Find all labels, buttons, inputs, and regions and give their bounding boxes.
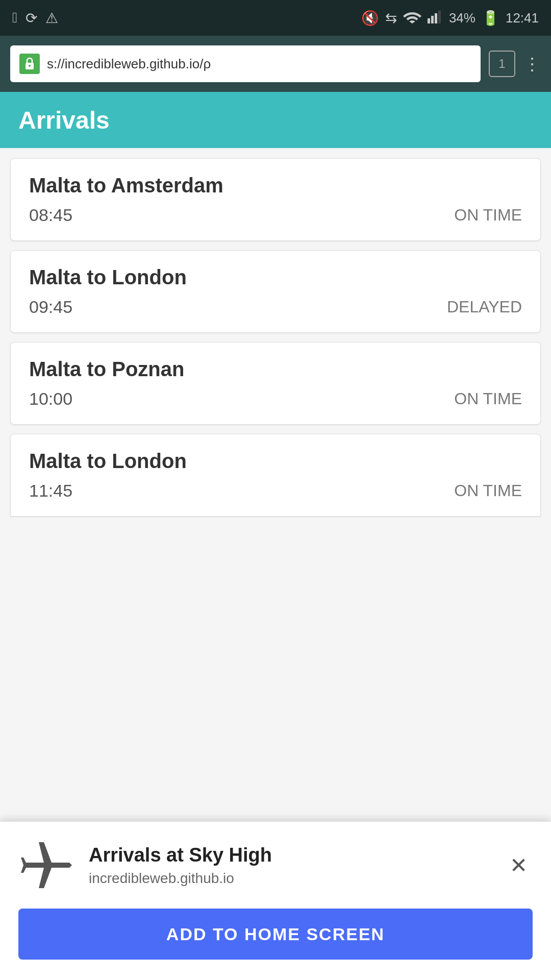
flight-status-4: ON TIME xyxy=(454,481,522,500)
url-text: s://incredibleweb.github.io/ρ xyxy=(47,56,471,72)
wifi-icon xyxy=(403,9,421,27)
mute-icon: 🔇 xyxy=(361,10,379,27)
url-bar[interactable]: s://incredibleweb.github.io/ρ xyxy=(10,45,481,82)
status-bar-right: 🔇 ⇆ 34% 🔋 12:41 xyxy=(361,9,539,27)
menu-dots-icon[interactable]: ⋮ xyxy=(523,54,541,74)
flight-status-1: ON TIME xyxy=(454,206,522,225)
svg-rect-3 xyxy=(438,11,441,23)
page-title: Arrivals xyxy=(18,106,110,134)
flights-container: Malta to Amsterdam 08:45 ON TIME Malta t… xyxy=(0,148,551,517)
flight-status-2: DELAYED xyxy=(447,298,522,316)
flight-route-4: Malta to London xyxy=(29,450,522,473)
flight-card-1[interactable]: Malta to Amsterdam 08:45 ON TIME xyxy=(10,158,541,241)
browser-bar: s://incredibleweb.github.io/ρ 1 ⋮ xyxy=(0,36,551,92)
status-bar-left:  ⟳ ⚠ xyxy=(12,10,58,27)
flight-details-1: 08:45 ON TIME xyxy=(29,205,522,225)
refresh-icon: ⟳ xyxy=(26,10,37,27)
plane-icon xyxy=(18,837,74,893)
flight-route-3: Malta to Poznan xyxy=(29,358,522,381)
svg-rect-0 xyxy=(428,18,430,23)
bottom-sheet: Arrivals at Sky High incredibleweb.githu… xyxy=(0,821,551,980)
time-display: 12:41 xyxy=(506,10,539,26)
flight-details-4: 11:45 ON TIME xyxy=(29,481,522,501)
app-header: Arrivals xyxy=(0,92,551,148)
bottom-sheet-title: Arrivals at Sky High xyxy=(89,844,490,866)
flight-time-3: 10:00 xyxy=(29,389,72,409)
bottom-sheet-url: incredibleweb.github.io xyxy=(89,870,490,887)
flight-route-2: Malta to London xyxy=(29,266,522,289)
close-button[interactable]: ✕ xyxy=(505,848,533,883)
warning-icon: ⚠ xyxy=(45,10,58,27)
flight-time-2: 09:45 xyxy=(29,297,72,317)
bluetooth-icon: ⇆ xyxy=(385,10,397,27)
flight-time-1: 08:45 xyxy=(29,205,72,225)
status-bar:  ⟳ ⚠ 🔇 ⇆ 34% 🔋 12:41 xyxy=(0,0,551,36)
flight-card-2[interactable]: Malta to London 09:45 DELAYED xyxy=(10,250,541,333)
flight-card-4[interactable]: Malta to London 11:45 ON TIME xyxy=(10,434,541,517)
battery-text: 34% xyxy=(449,10,475,26)
signal-icon xyxy=(428,9,443,27)
flight-details-3: 10:00 ON TIME xyxy=(29,389,522,409)
lock-icon xyxy=(19,54,40,74)
flight-route-1: Malta to Amsterdam xyxy=(29,174,522,197)
flight-details-2: 09:45 DELAYED xyxy=(29,297,522,317)
flight-status-3: ON TIME xyxy=(454,389,522,408)
add-to-home-screen-button[interactable]: ADD TO HOME SCREEN xyxy=(18,909,533,960)
tab-count[interactable]: 1 xyxy=(489,51,515,77)
svg-rect-2 xyxy=(435,13,437,23)
battery-icon: 🔋 xyxy=(482,10,499,27)
bottom-sheet-info: Arrivals at Sky High incredibleweb.githu… xyxy=(89,844,490,887)
svg-point-5 xyxy=(29,65,31,67)
flight-card-3[interactable]: Malta to Poznan 10:00 ON TIME xyxy=(10,342,541,425)
svg-rect-1 xyxy=(431,16,434,23)
bottom-sheet-content: Arrivals at Sky High incredibleweb.githu… xyxy=(0,822,551,909)
flight-time-4: 11:45 xyxy=(29,481,72,501)
facebook-icon:  xyxy=(12,10,17,26)
